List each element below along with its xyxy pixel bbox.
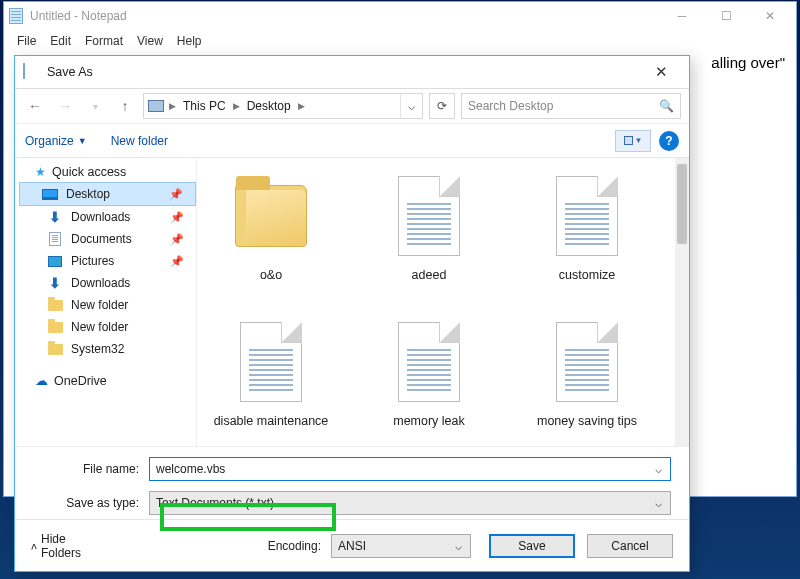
file-label: customize — [559, 268, 615, 296]
sidebar-item-downloads-2[interactable]: ⬇ Downloads — [19, 272, 196, 294]
chevron-down-icon[interactable]: ⌵ — [650, 492, 666, 514]
sidebar-item-label: Downloads — [71, 276, 130, 290]
notepad-menubar: File Edit Format View Help — [4, 30, 796, 52]
hide-folders-button[interactable]: ʌ Hide Folders — [31, 532, 100, 560]
chevron-down-icon[interactable]: ⌵ — [450, 535, 466, 557]
file-item-folder[interactable]: o&o — [207, 172, 335, 296]
breadcrumb-bar[interactable]: ▶ This PC ▶ Desktop ▶ ⌵ — [143, 93, 423, 119]
chevron-right-icon[interactable]: ▶ — [295, 101, 308, 111]
star-icon: ★ — [35, 165, 46, 179]
nav-forward-button[interactable]: → — [53, 94, 77, 118]
breadcrumb-desktop[interactable]: Desktop — [245, 99, 293, 113]
save-as-type-select[interactable]: Text Documents (*.txt) ⌵ — [149, 491, 671, 515]
file-item[interactable]: disable maintenance — [207, 318, 335, 442]
sidebar-item-documents[interactable]: Documents 📌 — [19, 228, 196, 250]
organize-button[interactable]: Organize ▼ — [25, 134, 87, 148]
chevron-down-icon: ▼ — [78, 136, 87, 146]
sidebar-item-label: New folder — [71, 320, 128, 334]
cancel-button[interactable]: Cancel — [587, 534, 673, 558]
sidebar-item-label: Pictures — [71, 254, 114, 268]
file-item[interactable]: adeed — [365, 172, 493, 296]
file-item[interactable]: memory leak — [365, 318, 493, 442]
text-file-icon — [556, 176, 618, 256]
notepad-icon — [8, 8, 24, 24]
breadcrumb-dropdown[interactable]: ⌵ — [400, 94, 422, 118]
encoding-label: Encoding: — [268, 539, 321, 553]
folder-icon — [47, 297, 63, 313]
file-label: money saving tips — [537, 414, 637, 442]
sidebar-item-newfolder-2[interactable]: New folder — [19, 316, 196, 338]
menu-help[interactable]: Help — [170, 32, 209, 50]
pictures-icon — [47, 253, 63, 269]
encoding-select[interactable]: ANSI ⌵ — [331, 534, 471, 558]
dialog-nav: ← → ▾ ↑ ▶ This PC ▶ Desktop ▶ ⌵ ⟳ Search… — [15, 88, 689, 124]
menu-format[interactable]: Format — [78, 32, 130, 50]
sidebar-item-system32[interactable]: System32 — [19, 338, 196, 360]
scrollbar[interactable] — [675, 158, 689, 446]
maximize-button[interactable]: ☐ — [704, 3, 748, 29]
menu-edit[interactable]: Edit — [43, 32, 78, 50]
minimize-button[interactable]: ─ — [660, 3, 704, 29]
chevron-right-icon[interactable]: ▶ — [230, 101, 243, 111]
filename-label: File name: — [33, 462, 149, 476]
notepad-title: Untitled - Notepad — [30, 9, 127, 23]
sidebar-item-label: Desktop — [66, 187, 110, 201]
sidebar-item-downloads[interactable]: ⬇ Downloads 📌 — [19, 206, 196, 228]
nav-up-button[interactable]: ↑ — [113, 94, 137, 118]
chevron-down-icon: ▼ — [635, 136, 643, 145]
view-icon — [624, 136, 633, 145]
text-file-icon — [240, 322, 302, 402]
filename-input[interactable]: welcome.vbs ⌵ — [149, 457, 671, 481]
dialog-sidebar: ★ Quick access Desktop 📌 ⬇ Downloads 📌 D… — [15, 158, 197, 446]
nav-back-button[interactable]: ← — [23, 94, 47, 118]
pc-icon — [148, 98, 164, 114]
folder-icon — [47, 341, 63, 357]
pin-icon: 📌 — [169, 188, 183, 201]
sidebar-item-desktop[interactable]: Desktop 📌 — [19, 182, 196, 206]
close-button[interactable]: ✕ — [748, 3, 792, 29]
file-item[interactable]: money saving tips — [523, 318, 651, 442]
pin-icon: 📌 — [170, 255, 184, 268]
refresh-button[interactable]: ⟳ — [429, 93, 455, 119]
chevron-up-icon: ʌ — [31, 540, 37, 551]
pin-icon: 📌 — [170, 233, 184, 246]
chevron-down-icon[interactable]: ⌵ — [650, 458, 666, 480]
pin-icon: 📌 — [170, 211, 184, 224]
view-mode-button[interactable]: ▼ — [615, 130, 651, 152]
file-label: o&o — [260, 268, 282, 296]
menu-file[interactable]: File — [10, 32, 43, 50]
chevron-right-icon[interactable]: ▶ — [166, 101, 179, 111]
dialog-title: Save As — [47, 65, 93, 79]
text-file-icon — [398, 322, 460, 402]
dialog-close-button[interactable]: ✕ — [641, 60, 681, 84]
file-label: memory leak — [393, 414, 465, 442]
save-as-dialog: Save As ✕ ← → ▾ ↑ ▶ This PC ▶ Desktop ▶ … — [14, 55, 690, 572]
sidebar-item-label: System32 — [71, 342, 124, 356]
nav-recent-button[interactable]: ▾ — [83, 94, 107, 118]
dialog-toolbar: Organize ▼ New folder ▼ ? — [15, 124, 689, 158]
download-icon: ⬇ — [47, 275, 63, 291]
dialog-footer: ʌ Hide Folders Encoding: ANSI ⌵ Save Can… — [15, 519, 689, 571]
menu-view[interactable]: View — [130, 32, 170, 50]
search-placeholder: Search Desktop — [468, 99, 553, 113]
breadcrumb-this-pc[interactable]: This PC — [181, 99, 228, 113]
search-box[interactable]: Search Desktop 🔍 — [461, 93, 681, 119]
sidebar-item-newfolder-1[interactable]: New folder — [19, 294, 196, 316]
file-pane[interactable]: o&o adeed customize disable maintenance … — [197, 158, 689, 446]
save-button[interactable]: Save — [489, 534, 575, 558]
sidebar-item-label: Documents — [71, 232, 132, 246]
file-item[interactable]: customize — [523, 172, 651, 296]
editor-text-fragment: alling over" — [711, 54, 785, 71]
download-icon: ⬇ — [47, 209, 63, 225]
monitor-icon — [42, 186, 58, 202]
help-button[interactable]: ? — [659, 131, 679, 151]
file-label: adeed — [412, 268, 447, 296]
save-as-type-label: Save as type: — [33, 496, 149, 510]
text-file-icon — [556, 322, 618, 402]
file-label: disable maintenance — [214, 414, 329, 442]
dialog-titlebar: Save As ✕ — [15, 56, 689, 88]
sidebar-onedrive[interactable]: ☁ OneDrive — [19, 370, 196, 391]
sidebar-quick-access[interactable]: ★ Quick access — [19, 162, 196, 182]
new-folder-button[interactable]: New folder — [111, 134, 168, 148]
sidebar-item-pictures[interactable]: Pictures 📌 — [19, 250, 196, 272]
